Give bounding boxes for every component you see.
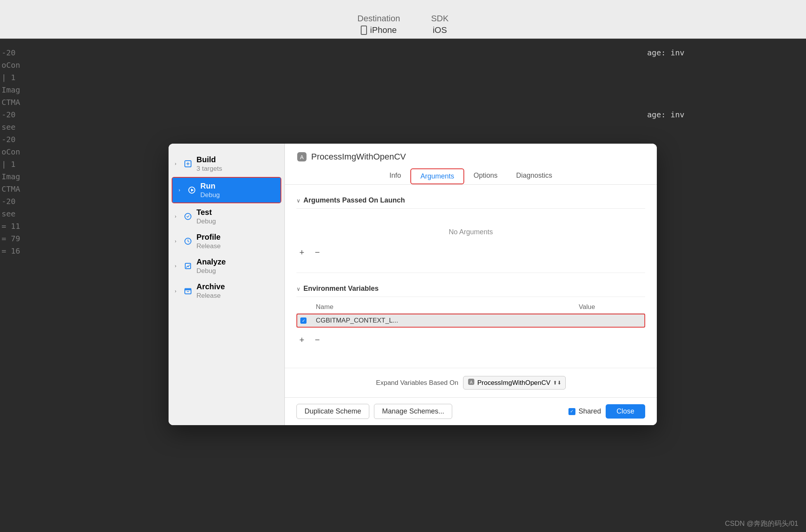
expand-select-value: ProcessImgWithOpenCV bbox=[477, 379, 551, 387]
env-chevron: ∨ bbox=[296, 286, 300, 292]
expand-variables-row: Expand Variables Based On A ProcessImgWi… bbox=[285, 368, 657, 397]
test-name: Test bbox=[196, 207, 216, 217]
expand-select-app-icon: A bbox=[467, 378, 475, 388]
build-sub: 3 targets bbox=[196, 165, 222, 173]
expand-variables-label: Expand Variables Based On bbox=[376, 379, 458, 387]
dialog-header: A ProcessImgWithOpenCV Info Arguments Op… bbox=[285, 144, 657, 185]
archive-icon bbox=[183, 287, 193, 296]
manage-schemes-button[interactable]: Manage Schemes... bbox=[374, 404, 452, 419]
shared-checkbox[interactable]: ✓ bbox=[568, 408, 575, 415]
env-row-value[interactable] bbox=[575, 314, 645, 328]
arguments-remove-button[interactable]: − bbox=[312, 247, 323, 258]
analyze-sub: Debug bbox=[196, 267, 226, 275]
archive-expand-icon: › bbox=[175, 288, 179, 294]
env-section-header: ∨ Environment Variables bbox=[296, 281, 645, 297]
sidebar-item-analyze[interactable]: › Analyze Debug bbox=[169, 254, 284, 278]
run-icon bbox=[187, 185, 196, 195]
svg-text:A: A bbox=[300, 154, 304, 160]
checkbox-check-icon: ✓ bbox=[302, 319, 305, 323]
archive-sub: Release bbox=[196, 292, 225, 300]
archive-text: Archive Release bbox=[196, 281, 225, 300]
scheme-panel: › Build 3 targets › bbox=[169, 144, 285, 425]
sidebar-item-build[interactable]: › Build 3 targets bbox=[169, 151, 284, 176]
duplicate-scheme-button[interactable]: Duplicate Scheme bbox=[296, 404, 369, 419]
sidebar-item-run[interactable]: › Run Debug bbox=[172, 178, 281, 203]
destination-label: Destination bbox=[357, 14, 400, 24]
tabs-row: Info Arguments Options Diagnostics bbox=[296, 168, 645, 184]
top-toolbar: Destination iPhone SDK iOS bbox=[0, 0, 806, 39]
sidebar-item-archive[interactable]: › Archive Release bbox=[169, 278, 284, 303]
dialog-title-text: ProcessImgWithOpenCV bbox=[311, 152, 406, 162]
shared-label: Shared bbox=[579, 407, 601, 415]
close-button[interactable]: Close bbox=[606, 404, 645, 419]
analyze-icon bbox=[183, 261, 193, 271]
arguments-section: ∨ Arguments Passed On Launch No Argument… bbox=[296, 192, 645, 261]
profile-name: Profile bbox=[196, 232, 220, 242]
env-row[interactable]: ✓ CGBITMAP_CONTEXT_L... bbox=[296, 314, 645, 328]
watermark: CSDN @奔跑的码头/01 bbox=[725, 519, 798, 528]
col-name-header: Name bbox=[312, 301, 575, 314]
test-icon bbox=[183, 212, 193, 221]
archive-name: Archive bbox=[196, 281, 225, 292]
destination-value: iPhone bbox=[361, 25, 397, 35]
env-section: ∨ Environment Variables Name Value bbox=[296, 281, 645, 348]
content-area: ∨ Arguments Passed On Launch No Argument… bbox=[285, 185, 657, 368]
env-add-remove-row: + − bbox=[296, 331, 645, 348]
env-section-title: Environment Variables bbox=[303, 285, 379, 293]
analyze-name: Analyze bbox=[196, 257, 226, 267]
svg-text:A: A bbox=[470, 380, 472, 384]
env-row-name[interactable]: CGBITMAP_CONTEXT_L... bbox=[312, 314, 575, 328]
tab-arguments[interactable]: Arguments bbox=[410, 168, 464, 184]
tab-diagnostics[interactable]: Diagnostics bbox=[507, 168, 561, 184]
run-expand-icon: › bbox=[179, 187, 183, 193]
sidebar-item-profile[interactable]: › Profile Release bbox=[169, 229, 284, 254]
profile-icon bbox=[183, 237, 193, 246]
arguments-add-button[interactable]: + bbox=[296, 247, 307, 258]
svg-marker-2 bbox=[191, 189, 194, 192]
dialog-footer: Duplicate Scheme Manage Schemes... ✓ Sha… bbox=[285, 397, 657, 425]
iphone-icon bbox=[361, 26, 367, 35]
sdk-value: iOS bbox=[433, 25, 447, 35]
run-sub: Debug bbox=[200, 191, 220, 199]
col-value-header: Value bbox=[575, 301, 645, 314]
dialog-overlay: › Build 3 targets › bbox=[19, 37, 806, 532]
dialog-title: A ProcessImgWithOpenCV bbox=[296, 151, 645, 168]
sidebar-item-test[interactable]: › Test Debug bbox=[169, 204, 284, 229]
build-name: Build bbox=[196, 154, 222, 165]
sdk-label: SDK bbox=[431, 14, 448, 24]
test-expand-icon: › bbox=[175, 214, 179, 219]
run-text: Run Debug bbox=[200, 181, 220, 199]
analyze-expand-icon: › bbox=[175, 263, 179, 269]
run-name: Run bbox=[200, 181, 220, 191]
main-panel: A ProcessImgWithOpenCV Info Arguments Op… bbox=[285, 144, 657, 425]
env-add-button[interactable]: + bbox=[296, 335, 307, 345]
arguments-add-remove-row: + − bbox=[296, 244, 645, 261]
expand-variables-select[interactable]: A ProcessImgWithOpenCV ⬆⬇ bbox=[463, 376, 566, 390]
destination-col: Destination iPhone bbox=[357, 14, 400, 35]
profile-text: Profile Release bbox=[196, 232, 220, 251]
test-sub: Debug bbox=[196, 217, 216, 226]
scheme-dialog: › Build 3 targets › bbox=[169, 144, 657, 425]
arguments-chevron: ∨ bbox=[296, 197, 300, 204]
tab-options[interactable]: Options bbox=[464, 168, 507, 184]
env-remove-button[interactable]: − bbox=[312, 335, 323, 345]
test-text: Test Debug bbox=[196, 207, 216, 226]
no-arguments-text: No Arguments bbox=[296, 213, 645, 244]
analyze-text: Analyze Debug bbox=[196, 257, 226, 275]
line-numbers: -20 oCon | 1 Imag CTMA -20 see -20 oCon … bbox=[0, 39, 21, 532]
profile-expand-icon: › bbox=[175, 239, 179, 244]
sdk-col: SDK iOS bbox=[431, 14, 448, 35]
shared-checkbox-check: ✓ bbox=[570, 409, 574, 414]
env-row-checkbox[interactable]: ✓ bbox=[300, 317, 307, 324]
tab-info[interactable]: Info bbox=[380, 168, 410, 184]
expand-select-arrows-icon: ⬆⬇ bbox=[553, 380, 561, 386]
env-table: Name Value ✓ CGBITMA bbox=[296, 301, 645, 328]
shared-row: ✓ Shared bbox=[568, 407, 601, 415]
arguments-section-title: Arguments Passed On Launch bbox=[303, 196, 405, 204]
col-checkbox-header bbox=[296, 301, 312, 314]
build-icon bbox=[183, 159, 193, 168]
arguments-section-header: ∨ Arguments Passed On Launch bbox=[296, 192, 645, 209]
env-row-checkbox-cell[interactable]: ✓ bbox=[296, 314, 312, 328]
profile-sub: Release bbox=[196, 242, 220, 251]
run-highlight-box: › Run Debug bbox=[172, 177, 281, 203]
